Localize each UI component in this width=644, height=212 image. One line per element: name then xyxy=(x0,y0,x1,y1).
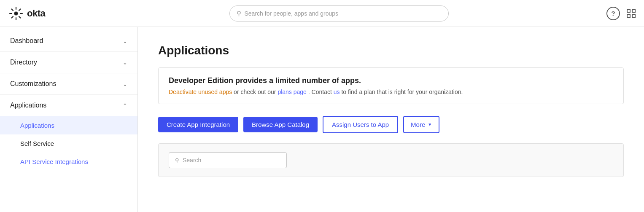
sidebar-subitem-applications-label: Applications xyxy=(20,122,54,129)
sidebar: Dashboard ⌄ Directory ⌄ Customizations ⌄… xyxy=(0,27,138,212)
plans-page-link[interactable]: plans page xyxy=(278,89,307,95)
sidebar-item-directory-label: Directory xyxy=(10,59,37,66)
search-input-wrapper[interactable]: ⚲ xyxy=(169,152,287,168)
sidebar-item-customizations-label: Customizations xyxy=(10,80,56,88)
action-row: Create App Integration Browse App Catalo… xyxy=(158,116,624,133)
layout: Dashboard ⌄ Directory ⌄ Customizations ⌄… xyxy=(0,27,644,212)
svg-point-0 xyxy=(14,11,18,15)
sidebar-item-dashboard-label: Dashboard xyxy=(10,37,43,45)
alert-description: Deactivate unused apps or check out our … xyxy=(169,89,613,95)
chevron-down-icon: ⌄ xyxy=(123,59,127,66)
sidebar-subitem-api-service-integrations[interactable]: API Service Integrations xyxy=(0,153,137,171)
sidebar-subitem-self-service[interactable]: Self Service xyxy=(0,134,137,153)
more-button[interactable]: More ▼ xyxy=(403,116,439,133)
header-actions: ? xyxy=(585,7,636,20)
sidebar-item-dashboard[interactable]: Dashboard ⌄ xyxy=(0,30,137,52)
alert-desc-end: . Contact xyxy=(308,89,334,95)
okta-logo-icon xyxy=(8,6,24,21)
more-button-label: More xyxy=(411,121,425,128)
alert-desc-mid: or check out our xyxy=(234,89,278,95)
alert-banner: Developer Edition provides a limited num… xyxy=(158,67,624,104)
apps-grid-button[interactable] xyxy=(627,9,636,18)
create-app-integration-button[interactable]: Create App Integration xyxy=(158,117,238,132)
header-search-wrapper: ⚲ xyxy=(93,5,585,21)
alert-warn-text: Deactivate unused apps xyxy=(169,89,232,95)
more-caret-icon: ▼ xyxy=(428,122,432,127)
header-search-input[interactable] xyxy=(245,10,442,17)
svg-line-6 xyxy=(19,16,21,18)
sidebar-item-applications[interactable]: Applications ⌃ xyxy=(0,95,137,116)
chevron-down-icon: ⌄ xyxy=(123,38,127,44)
sidebar-item-directory[interactable]: Directory ⌄ xyxy=(0,52,137,73)
browse-app-catalog-button[interactable]: Browse App Catalog xyxy=(243,117,318,132)
header: okta ⚲ ? xyxy=(0,0,644,27)
header-search-icon: ⚲ xyxy=(237,10,241,17)
search-section: ⚲ xyxy=(158,143,624,177)
page-title: Applications xyxy=(158,44,624,57)
okta-wordmark: okta xyxy=(27,8,45,19)
sidebar-subitem-api-label: API Service Integrations xyxy=(20,158,88,165)
help-button[interactable]: ? xyxy=(606,7,620,20)
assign-users-to-app-button[interactable]: Assign Users to App xyxy=(323,116,398,133)
contact-us-link[interactable]: us xyxy=(334,89,340,95)
main-content: Applications Developer Edition provides … xyxy=(138,27,644,212)
svg-line-7 xyxy=(19,9,21,11)
search-icon: ⚲ xyxy=(175,157,179,164)
header-search-bar[interactable]: ⚲ xyxy=(229,5,449,21)
search-input[interactable] xyxy=(183,157,280,164)
chevron-down-icon: ⌄ xyxy=(123,81,127,87)
sidebar-subitem-self-service-label: Self Service xyxy=(20,140,54,147)
sidebar-item-applications-label: Applications xyxy=(10,102,46,109)
alert-title: Developer Edition provides a limited num… xyxy=(169,76,613,85)
alert-desc-final: to find a plan that is right for your or… xyxy=(341,89,463,95)
chevron-up-icon: ⌃ xyxy=(123,102,127,109)
logo-area: okta xyxy=(8,6,93,21)
sidebar-item-customizations[interactable]: Customizations ⌄ xyxy=(0,73,137,95)
svg-line-8 xyxy=(12,16,13,18)
svg-line-5 xyxy=(12,9,13,11)
sidebar-subitem-applications[interactable]: Applications xyxy=(0,116,137,134)
